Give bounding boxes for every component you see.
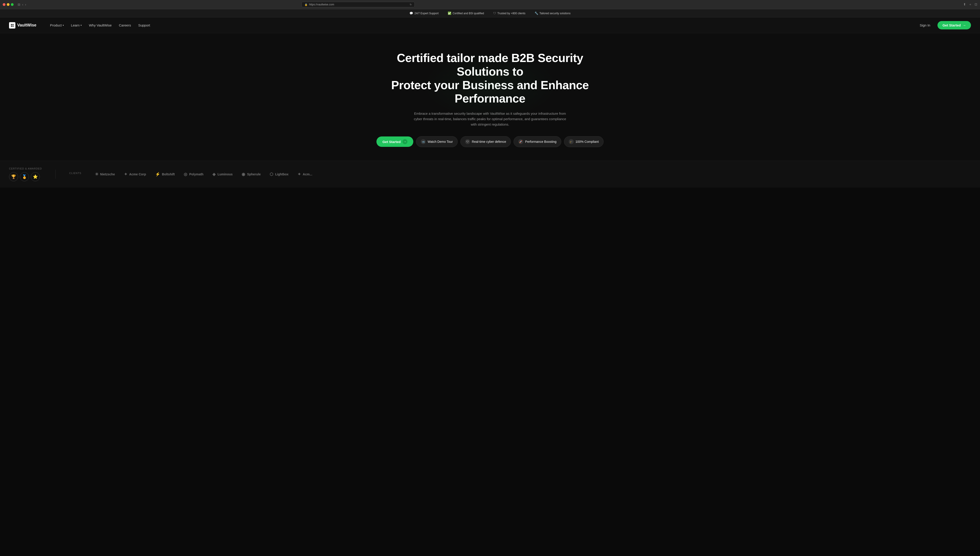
- nav-careers[interactable]: Careers: [119, 23, 131, 27]
- award-icons: 🏆 🏅 ⭐: [9, 172, 42, 181]
- tailored-text: Tailored security solutions: [539, 12, 570, 15]
- hero-arrow-icon: →: [402, 139, 407, 144]
- client-polymath: ◎ Polymath: [184, 172, 203, 177]
- client-boltshift: ⚡ Boltshift: [155, 172, 175, 177]
- acme-name: Acme Corp: [129, 173, 146, 176]
- acm-partial-icon: ✦: [297, 172, 301, 177]
- client-luminous: ◈ Luminous: [212, 172, 232, 177]
- certified-icon: ✅: [448, 11, 451, 15]
- lightbox-icon: ⬡: [270, 172, 273, 177]
- nav-why-label: Why VaultWise: [89, 23, 112, 27]
- nav-links: Product ▾ Learn ▾ Why VaultWise Careers …: [50, 23, 916, 27]
- lock-icon: 🔒: [305, 3, 308, 6]
- nietzsche-name: Nietzsche: [100, 173, 115, 176]
- maximize-dot[interactable]: [11, 3, 14, 6]
- nav-careers-label: Careers: [119, 23, 131, 27]
- watch-demo-button[interactable]: 📹 Watch Demo Tour: [416, 136, 457, 147]
- support-text: 24/7 Expert Support: [415, 12, 439, 15]
- rocket-icon: 🚀: [518, 139, 523, 144]
- luminous-name: Luminous: [217, 173, 232, 176]
- reload-icon[interactable]: ↻: [410, 3, 412, 6]
- compliant-button[interactable]: 🎓 100% Compliant: [564, 136, 604, 147]
- sign-in-button[interactable]: Sign In: [916, 21, 934, 29]
- nav-product-label: Product: [50, 23, 62, 27]
- close-dot[interactable]: [3, 3, 5, 6]
- nav-get-started-label: Get Started: [943, 23, 961, 27]
- nav-learn-label: Learn: [71, 23, 80, 27]
- add-tab-icon[interactable]: ＋: [969, 3, 972, 6]
- logo-icon: [9, 22, 15, 29]
- performance-label: Performance Boosting: [525, 140, 557, 144]
- browser-chrome: ⊟ ‹ › 🔒 https://vaultwise.com ↻ ⬆ ＋ ⊡: [0, 0, 980, 9]
- nietzsche-icon: ✳: [95, 172, 98, 177]
- hero-get-started-button[interactable]: Get Started →: [376, 136, 413, 147]
- compliant-label: 100% Compliant: [575, 140, 599, 144]
- cyber-defence-button[interactable]: 🛡 Real-time cyber defence: [460, 136, 511, 147]
- nav-support[interactable]: Support: [138, 23, 150, 27]
- graduation-icon: 🎓: [569, 139, 574, 144]
- product-chevron-icon: ▾: [63, 24, 64, 26]
- luminous-icon: ◈: [212, 172, 216, 177]
- sidebar-toggle-icon[interactable]: ⊟: [18, 3, 20, 6]
- tailored-icon: 🔧: [534, 11, 538, 15]
- nav-learn[interactable]: Learn ▾: [71, 23, 82, 27]
- browser-dots: [3, 3, 14, 6]
- announcement-trusted: 🛡 Trusted by +800 clients: [493, 11, 526, 15]
- nav-why-vaultwise[interactable]: Why VaultWise: [89, 23, 112, 27]
- certified-text: Certified and BSI qualified: [453, 12, 484, 15]
- share-icon[interactable]: ⬆: [963, 3, 966, 6]
- nav-product[interactable]: Product ▾: [50, 23, 64, 27]
- award-badge-2: 🏅: [20, 172, 29, 181]
- polymath-name: Polymath: [189, 173, 203, 176]
- nav-support-label: Support: [138, 23, 150, 27]
- clients-label-group: Clients: [69, 172, 81, 177]
- clients-label: Clients: [69, 172, 81, 175]
- url-text: https://vaultwise.com: [309, 3, 334, 6]
- spherule-icon: ◉: [242, 172, 245, 177]
- hero-buttons: Get Started → 📹 Watch Demo Tour 🛡 Real-t…: [376, 136, 603, 147]
- client-nietzsche: ✳ Nietzsche: [95, 172, 115, 177]
- client-spherule: ◉ Spherule: [242, 172, 261, 177]
- trusted-text: Trusted by +800 clients: [497, 12, 526, 15]
- award-badge-1: 🏆: [9, 172, 18, 181]
- nav-get-started-button[interactable]: Get Started →: [938, 21, 971, 29]
- cyber-defence-label: Real-time cyber defence: [472, 140, 506, 144]
- browser-controls: ⊟ ‹ ›: [18, 3, 26, 6]
- navbar: VaultWise Product ▾ Learn ▾ Why VaultWis…: [0, 18, 980, 33]
- polymath-icon: ◎: [184, 172, 187, 177]
- announcement-bar: 💬 24/7 Expert Support ✅ Certified and BS…: [0, 9, 980, 18]
- forward-button[interactable]: ›: [25, 3, 26, 6]
- spherule-name: Spherule: [247, 173, 261, 176]
- shield-icon: 🛡: [465, 139, 470, 144]
- nav-actions: Sign In Get Started →: [916, 21, 971, 29]
- certified-group: Certified & Awarded 🏆 🏅 ⭐: [9, 167, 42, 181]
- boltshift-name: Boltshift: [162, 173, 175, 176]
- hero-title-line2: Protect your Business and Enhance Perfor…: [391, 79, 589, 105]
- learn-chevron-icon: ▾: [81, 24, 82, 26]
- award-badge-3: ⭐: [31, 172, 40, 181]
- hero-title-line1: Certified tailor made B2B Security Solut…: [397, 52, 583, 78]
- nav-get-started-arrow-icon: →: [962, 23, 966, 27]
- performance-boosting-button[interactable]: 🚀 Performance Boosting: [513, 136, 561, 147]
- sign-in-label: Sign In: [920, 23, 930, 27]
- certified-label: Certified & Awarded: [9, 167, 42, 170]
- clients-section: Certified & Awarded 🏆 🏅 ⭐ Clients ✳ Niet…: [0, 161, 980, 187]
- announcement-certified: ✅ Certified and BSI qualified: [448, 11, 484, 15]
- hero-title: Certified tailor made B2B Security Solut…: [388, 52, 592, 105]
- minimize-dot[interactable]: [7, 3, 10, 6]
- client-acm-partial: ✦ Acm...: [297, 172, 312, 177]
- hero-get-started-label: Get Started: [382, 140, 400, 144]
- hero-subtitle: Embrace a transformative security landsc…: [411, 111, 569, 127]
- watch-demo-label: Watch Demo Tour: [428, 140, 453, 144]
- fullscreen-icon[interactable]: ⊡: [975, 3, 977, 6]
- address-bar[interactable]: 🔒 https://vaultwise.com ↻: [302, 2, 415, 7]
- browser-actions: ⬆ ＋ ⊡: [963, 3, 977, 6]
- clients-list: ✳ Nietzsche ✦ Acme Corp ⚡ Boltshift ◎ Po…: [95, 172, 971, 177]
- hero-section: Certified tailor made B2B Security Solut…: [0, 33, 980, 161]
- back-button[interactable]: ‹: [22, 3, 23, 6]
- logo-link[interactable]: VaultWise: [9, 22, 36, 29]
- lightbox-name: Lightbox: [275, 173, 289, 176]
- boltshift-icon: ⚡: [155, 172, 160, 177]
- acm-partial-name: Acm...: [303, 173, 312, 176]
- client-acme-corp: ✦ Acme Corp: [124, 172, 146, 177]
